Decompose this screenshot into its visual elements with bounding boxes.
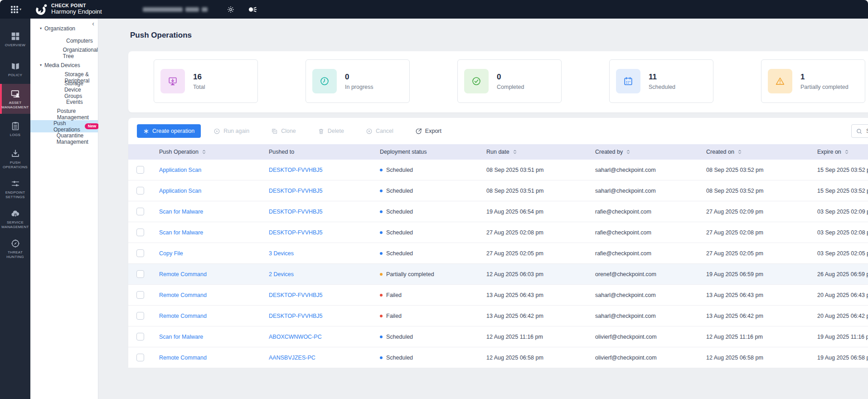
- pushed-to-link[interactable]: ABOXCWNWOC-PC: [269, 334, 322, 340]
- stat-card-in-progress: 0 In progress: [305, 59, 410, 103]
- stat-value: 16: [193, 73, 205, 82]
- create-operation-button[interactable]: Create operation: [137, 124, 201, 138]
- push-operation-link[interactable]: Application Scan: [159, 188, 201, 194]
- top-bar: ▾ CHECK POINT Harmony Endpoint: [0, 0, 868, 19]
- push-operations-icon: [10, 148, 20, 159]
- pushed-to-link[interactable]: AANSBVJZES-PC: [269, 355, 315, 361]
- row-checkbox[interactable]: [136, 312, 144, 320]
- sidebar-item-service-management[interactable]: SERVICE MANAGEMENT: [0, 204, 30, 234]
- nav-item-push-operations[interactable]: Push Operations New: [30, 120, 98, 132]
- created-on-cell: 12 Aug 2025 06:58 pm: [703, 355, 814, 361]
- table-row[interactable]: Remote Command DESKTOP-FVVHBJ5 Failed 13…: [128, 285, 868, 306]
- pushed-to-link[interactable]: DESKTOP-FVVHBJ5: [269, 229, 323, 236]
- nav-item-organization[interactable]: Organization: [30, 22, 98, 34]
- push-operation-link[interactable]: Remote Command: [159, 355, 207, 361]
- status-label: Scheduled: [386, 250, 413, 257]
- account-profile-icon[interactable]: [247, 5, 257, 14]
- run-again-icon: [213, 128, 220, 135]
- column-header-run-date[interactable]: Run date: [483, 149, 592, 155]
- pushed-to-link[interactable]: DESKTOP-FVVHBJ5: [269, 313, 323, 319]
- sidebar-item-logs[interactable]: LOGS: [0, 114, 30, 144]
- pushed-to-link[interactable]: DESKTOP-FVVHBJ5: [269, 292, 323, 298]
- nav-item-organizational-tree[interactable]: Organizational Tree: [30, 47, 98, 59]
- row-checkbox[interactable]: [136, 249, 144, 257]
- expire-on-cell: 19 Aug 2025 06:58 pm: [814, 355, 868, 361]
- created-by-cell: rafie@checkpoint.com: [592, 229, 703, 236]
- status-dot: [380, 169, 383, 171]
- row-checkbox[interactable]: [136, 333, 144, 341]
- sidebar-item-threat-hunting[interactable]: THREAT HUNTING: [0, 234, 30, 263]
- table-row[interactable]: Scan for Malware DESKTOP-FVVHBJ5 Schedul…: [128, 201, 868, 222]
- row-checkbox[interactable]: [136, 208, 144, 215]
- table-row[interactable]: Copy File 3 Devices Scheduled 27 Aug 202…: [128, 243, 868, 264]
- expand-caret-icon: [40, 26, 44, 30]
- table-row[interactable]: Application Scan DESKTOP-FVVHBJ5 Schedul…: [128, 160, 868, 180]
- cancel-button[interactable]: Cancel: [364, 124, 395, 138]
- search-input[interactable]: [865, 127, 868, 135]
- column-header-push-operation[interactable]: Push Operation: [152, 149, 265, 155]
- table-row[interactable]: Application Scan DESKTOP-FVVHBJ5 Schedul…: [128, 180, 868, 201]
- sidebar-item-asset-management[interactable]: ASSET MANAGEMENT: [0, 84, 30, 114]
- table-toolbar: Create operation Run again Clone: [128, 118, 868, 144]
- endpoint-settings-icon: [10, 178, 20, 189]
- stat-label: Completed: [497, 84, 524, 90]
- status-dot: [380, 336, 383, 338]
- row-checkbox[interactable]: [136, 270, 144, 278]
- sidebar-item-endpoint-settings[interactable]: ENDPOINT SETTINGS: [0, 174, 30, 204]
- push-operation-link[interactable]: Remote Command: [159, 271, 207, 277]
- status-label: Failed: [386, 313, 402, 319]
- chevron-down-icon: ▾: [19, 7, 21, 11]
- push-operation-link[interactable]: Remote Command: [159, 313, 207, 319]
- sidebar-item-policy[interactable]: POLICY: [0, 54, 30, 84]
- table-row[interactable]: Remote Command AANSBVJZES-PC Scheduled 1…: [128, 347, 868, 368]
- clone-button[interactable]: Clone: [269, 124, 298, 138]
- nav-item-storage-device-groups[interactable]: Storage Device Groups: [30, 83, 98, 96]
- row-checkbox[interactable]: [136, 291, 144, 299]
- app-switcher-menu-icon[interactable]: ▾: [11, 6, 21, 13]
- pushed-to-link[interactable]: 3 Devices: [269, 250, 294, 257]
- stat-value: 11: [649, 73, 675, 82]
- created-by-cell: saharl@checkpoint.com: [592, 292, 703, 298]
- pushed-to-link[interactable]: DESKTOP-FVVHBJ5: [269, 209, 323, 215]
- table-row[interactable]: Scan for Malware ABOXCWNWOC-PC Scheduled…: [128, 326, 868, 347]
- export-button[interactable]: Export: [413, 124, 443, 138]
- push-operation-link[interactable]: Scan for Malware: [159, 334, 203, 340]
- push-operation-link[interactable]: Remote Command: [159, 292, 207, 298]
- row-checkbox[interactable]: [136, 354, 144, 361]
- settings-gear-icon[interactable]: [227, 5, 235, 14]
- sidebar-item-overview[interactable]: OVERVIEW: [0, 24, 30, 54]
- pushed-to-link[interactable]: 2 Devices: [269, 271, 294, 277]
- pushed-to-link[interactable]: DESKTOP-FVVHBJ5: [269, 188, 323, 194]
- nav-item-quarantine-management[interactable]: Quarantine Management: [30, 132, 98, 145]
- row-checkbox[interactable]: [136, 229, 144, 236]
- run-again-button[interactable]: Run again: [212, 124, 251, 138]
- table-row[interactable]: Remote Command DESKTOP-FVVHBJ5 Failed 13…: [128, 306, 868, 326]
- nav-item-computers[interactable]: Computers: [30, 34, 98, 47]
- push-operation-link[interactable]: Copy File: [159, 250, 183, 257]
- collapse-nav-icon[interactable]: [92, 20, 94, 27]
- status-dot: [380, 315, 383, 317]
- row-checkbox[interactable]: [136, 187, 144, 195]
- run-date-cell: 08 Sep 2025 03:51 pm: [483, 167, 592, 173]
- column-header-created-by[interactable]: Created by: [592, 149, 703, 155]
- push-operation-link[interactable]: Scan for Malware: [159, 209, 203, 215]
- table-row[interactable]: Remote Command 2 Devices Partially compl…: [128, 264, 868, 285]
- nav-item-media-devices[interactable]: Media Devices: [30, 59, 98, 71]
- status-dot: [380, 252, 383, 255]
- nav-item-posture-management[interactable]: Posture Management: [30, 108, 98, 120]
- status-dot: [380, 190, 383, 192]
- sidebar-item-push-operations[interactable]: PUSH OPERATIONS: [0, 144, 30, 174]
- delete-button[interactable]: Delete: [316, 124, 346, 138]
- column-header-expire-on[interactable]: Expire on: [814, 149, 868, 155]
- push-operation-link[interactable]: Application Scan: [159, 167, 201, 173]
- sort-icon: [513, 149, 517, 155]
- status-label: Scheduled: [386, 167, 413, 173]
- table-row[interactable]: Scan for Malware DESKTOP-FVVHBJ5 Schedul…: [128, 222, 868, 243]
- status-label: Scheduled: [386, 355, 413, 361]
- column-header-created-on[interactable]: Created on: [703, 149, 814, 155]
- export-icon: [415, 128, 422, 135]
- created-by-cell: olivierf@checkpoint.com: [592, 355, 703, 361]
- pushed-to-link[interactable]: DESKTOP-FVVHBJ5: [269, 167, 323, 173]
- row-checkbox[interactable]: [136, 166, 144, 174]
- push-operation-link[interactable]: Scan for Malware: [159, 229, 203, 236]
